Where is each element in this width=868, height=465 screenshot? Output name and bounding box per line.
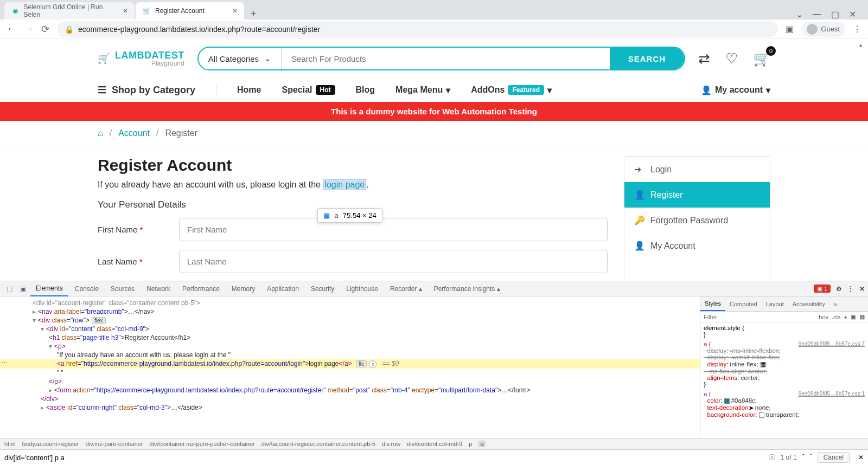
- next-match-icon[interactable]: ˇ: [810, 454, 812, 461]
- browser-tab-strip: ◉ Selenium Grid Online | Run Selen ✕ 🛒 R…: [0, 0, 868, 20]
- tab-styles[interactable]: Styles: [700, 297, 725, 311]
- page-title: Register Account: [98, 156, 608, 175]
- tab-console[interactable]: Console: [69, 282, 104, 296]
- prev-match-icon[interactable]: ˆ: [802, 454, 805, 461]
- tab-perf-insights[interactable]: Performance insights ▴: [429, 282, 506, 296]
- sidebar-item-login[interactable]: ➜ Login: [624, 157, 770, 182]
- back-button[interactable]: ←: [7, 23, 16, 35]
- minimize-icon[interactable]: —: [813, 9, 821, 20]
- reload-button[interactable]: ⟳: [41, 23, 49, 35]
- nav-addons[interactable]: AddOns Featured ▾: [471, 85, 552, 95]
- page-viewport: 🛒 LAMBDATEST Playground All Categories ⌄…: [0, 39, 868, 281]
- dom-breadcrumb[interactable]: html body.account-register div.mz-pure-c…: [0, 438, 868, 449]
- panel-icon[interactable]: ▣: [786, 24, 794, 34]
- search-input[interactable]: [282, 54, 610, 63]
- login-page-link[interactable]: login page: [323, 179, 366, 190]
- nav-my-account[interactable]: 👤 My account ▾: [701, 85, 770, 95]
- close-icon[interactable]: ✕: [232, 7, 238, 15]
- more-icon[interactable]: »: [829, 298, 841, 311]
- avatar-icon: [807, 24, 818, 35]
- tab-computed[interactable]: Computed: [725, 298, 762, 311]
- menu-icon[interactable]: ⋮: [847, 285, 854, 293]
- devtools-tabs: ⬚ ▣ Elements Console Sources Network Per…: [0, 281, 868, 296]
- tab-security[interactable]: Security: [305, 282, 340, 296]
- url-text: ecommerce-playground.lambdatest.io/index…: [78, 25, 320, 34]
- tab-selenium[interactable]: ◉ Selenium Grid Online | Run Selen ✕: [4, 2, 135, 20]
- inspect-element-icon[interactable]: ⬚: [3, 283, 16, 295]
- maximize-icon[interactable]: ▢: [831, 9, 839, 20]
- dropdown-icon[interactable]: ⌄: [796, 9, 803, 20]
- forward-button[interactable]: →: [24, 23, 34, 35]
- user-icon: 👤: [634, 241, 644, 251]
- profile-chip[interactable]: Guest: [801, 22, 845, 37]
- sidebar-item-label: Register: [650, 190, 683, 200]
- nav-special[interactable]: Special Hot: [282, 85, 335, 95]
- tab-register[interactable]: 🛒 Register Account ✕: [136, 2, 244, 20]
- search-button[interactable]: SEARCH: [610, 48, 684, 69]
- gear-icon[interactable]: ⚙: [836, 285, 842, 293]
- close-icon[interactable]: ✕: [859, 285, 865, 293]
- panel-icon[interactable]: ▣: [851, 313, 856, 320]
- search-bar: All Categories ⌄ SEARCH: [197, 47, 685, 70]
- scroll-up-icon[interactable]: [859, 39, 866, 46]
- category-select[interactable]: All Categories ⌄: [199, 48, 282, 69]
- tab-sources[interactable]: Sources: [105, 282, 140, 296]
- tab-recorder[interactable]: Recorder ▴: [385, 282, 427, 296]
- breadcrumb-account[interactable]: Account: [118, 128, 150, 138]
- tab-network[interactable]: Network: [141, 282, 176, 296]
- breadcrumb-home[interactable]: ⌂: [98, 128, 103, 138]
- tab-performance[interactable]: Performance: [177, 282, 225, 296]
- css-rules[interactable]: element.style { } 9ed09db6f85…8b57e.css:…: [700, 322, 868, 438]
- styles-tabs: Styles Computed Layout Accessibility »: [700, 296, 868, 312]
- tab-lighthouse[interactable]: Lighthouse: [341, 282, 384, 296]
- cart-count-badge: 0: [766, 46, 776, 56]
- nav-mega-menu[interactable]: Mega Menu ▾: [395, 85, 450, 95]
- sidebar-item-label: Login: [650, 165, 672, 175]
- tab-layout[interactable]: Layout: [762, 298, 788, 311]
- dom-tree[interactable]: ⋯ <div id="account-register" class="cont…: [0, 296, 700, 438]
- user-icon: 👤: [701, 85, 712, 95]
- sidebar-item-label: My Account: [650, 241, 695, 251]
- devtools-panel: ⬚ ▣ Elements Console Sources Network Per…: [0, 281, 868, 465]
- compare-icon[interactable]: ⇄: [698, 50, 710, 67]
- cls-toggle[interactable]: .cls: [832, 314, 841, 320]
- shop-cat-label: Shop by Category: [112, 85, 195, 96]
- menu-icon[interactable]: ⋮: [853, 24, 861, 34]
- device-toggle-icon[interactable]: ▣: [17, 283, 29, 295]
- close-icon[interactable]: ✕: [123, 7, 128, 15]
- sidebar-item-register[interactable]: 👤 Register: [624, 182, 770, 208]
- dom-search-input[interactable]: [4, 454, 763, 462]
- close-icon[interactable]: ✕: [858, 454, 864, 461]
- nav-blog[interactable]: Blog: [356, 85, 375, 95]
- shop-by-category[interactable]: ☰ Shop by Category: [98, 84, 195, 96]
- tab-memory[interactable]: Memory: [226, 282, 260, 296]
- clear-icon[interactable]: ⓧ: [769, 453, 775, 462]
- new-tab-button[interactable]: +: [245, 8, 262, 20]
- error-badge[interactable]: ▣ 1: [814, 285, 831, 293]
- close-window-icon[interactable]: ✕: [849, 9, 856, 20]
- wishlist-icon[interactable]: ♡: [725, 50, 738, 67]
- featured-badge: Featured: [508, 85, 544, 95]
- last-name-input[interactable]: [179, 250, 608, 273]
- tab-accessibility[interactable]: Accessibility: [788, 298, 829, 311]
- nav-home[interactable]: Home: [237, 85, 261, 95]
- tab-elements[interactable]: Elements: [30, 281, 68, 296]
- logo[interactable]: 🛒 LAMBDATEST Playground: [98, 50, 184, 67]
- hov-toggle[interactable]: :hov: [817, 314, 828, 320]
- new-rule-button[interactable]: +: [844, 314, 847, 320]
- warning-banner: This is a dummy website for Web Automati…: [0, 102, 868, 121]
- address-bar[interactable]: 🔒 ecommerce-playground.lambdatest.io/ind…: [57, 21, 778, 37]
- cart-icon[interactable]: 🛒0: [753, 50, 770, 67]
- styles-filter-row: :hov .cls + ▣ ▦: [700, 312, 868, 322]
- sidebar-item-forgotten[interactable]: 🔑 Forgotten Password: [624, 208, 770, 233]
- box-model-icon[interactable]: ▦: [859, 313, 865, 320]
- tab-application[interactable]: Application: [261, 282, 304, 296]
- styles-filter-input[interactable]: [704, 314, 814, 320]
- hide-icon[interactable]: x: [369, 360, 376, 368]
- logo-sub: Playground: [115, 60, 184, 67]
- sidebar-item-label: Forgotten Password: [650, 216, 728, 225]
- dom-ellipsis: ⋯: [1, 359, 8, 366]
- sidebar-item-my-account[interactable]: 👤 My Account: [624, 233, 770, 259]
- cancel-button[interactable]: Cancel: [818, 452, 850, 463]
- first-name-input[interactable]: [179, 218, 608, 241]
